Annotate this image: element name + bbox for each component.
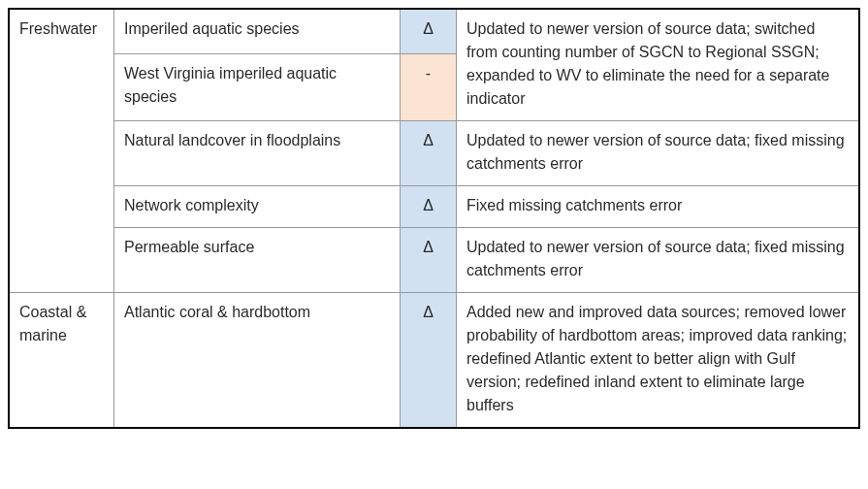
description-cell: Updated to newer version of source data;… — [457, 121, 858, 186]
delta-symbol: Δ — [401, 293, 457, 427]
delta-symbol: Δ — [401, 228, 457, 293]
delta-symbol: Δ — [401, 186, 457, 228]
category-freshwater: Freshwater — [10, 10, 114, 293]
description-cell: Updated to newer version of source data;… — [457, 228, 858, 293]
indicator-cell: Imperiled aquatic species — [114, 10, 401, 54]
indicator-cell: Network complexity — [114, 186, 401, 228]
description-cell: Updated to newer version of source data;… — [457, 10, 858, 121]
indicator-table: Freshwater Imperiled aquatic species Δ U… — [8, 8, 860, 429]
description-cell: Fixed missing catchments error — [457, 186, 858, 228]
delta-symbol: Δ — [401, 121, 457, 186]
indicator-cell: Permeable surface — [114, 228, 401, 293]
delta-symbol: Δ — [401, 10, 457, 54]
description-cell: Added new and improved data sources; rem… — [457, 293, 858, 427]
indicator-cell: Atlantic coral & hardbottom — [114, 293, 401, 427]
indicator-cell: Natural landcover in floodplains — [114, 121, 401, 186]
category-coastal-marine: Coastal & marine — [10, 293, 114, 427]
indicator-cell: West Virginia imperiled aquatic species — [114, 54, 401, 122]
removed-symbol: - — [401, 54, 457, 122]
